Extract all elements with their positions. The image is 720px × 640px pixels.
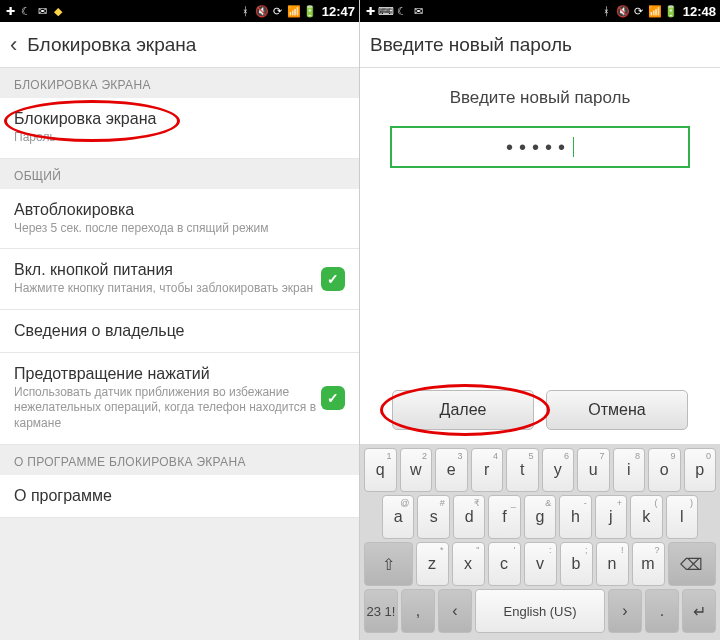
cancel-button[interactable]: Отмена	[546, 390, 688, 430]
password-mask: •••••	[506, 136, 571, 159]
key-o[interactable]: o9	[648, 448, 681, 492]
row-subtitle: Через 5 сек. после перехода в спящий реж…	[14, 221, 345, 237]
button-bar: Далее Отмена	[378, 390, 702, 438]
signal-icon: 📶	[649, 5, 661, 17]
cube-icon: ◆	[52, 5, 64, 17]
status-bar: ✚ ☾ ✉ ◆ ᚼ 🔇 ⟳ 📶 🔋 12:47	[0, 0, 359, 22]
settings-list: БЛОКИРОВКА ЭКРАНА Блокировка экрана Паро…	[0, 68, 359, 640]
key-[interactable]: ⇧	[364, 542, 413, 586]
key-231[interactable]: 23 1!	[364, 589, 398, 633]
key-c[interactable]: c'	[488, 542, 521, 586]
bluetooth-icon: ᚼ	[601, 5, 613, 17]
key-x[interactable]: x"	[452, 542, 485, 586]
page-title: Блокировка экрана	[27, 34, 196, 56]
key-r[interactable]: r4	[471, 448, 504, 492]
key-b[interactable]: b;	[560, 542, 593, 586]
phone-left: ✚ ☾ ✉ ◆ ᚼ 🔇 ⟳ 📶 🔋 12:47 ‹ Блокировка экр…	[0, 0, 360, 640]
key-[interactable]: ‹	[438, 589, 472, 633]
row-title: О программе	[14, 487, 345, 505]
key-t[interactable]: t5	[506, 448, 539, 492]
back-icon[interactable]: ‹	[10, 32, 17, 58]
key-u[interactable]: u7	[577, 448, 610, 492]
mail-icon: ✉	[412, 5, 424, 17]
key-[interactable]: ↵	[682, 589, 716, 633]
bluetooth-icon: ᚼ	[240, 5, 252, 17]
row-title: Сведения о владельце	[14, 322, 345, 340]
row-about[interactable]: О программе	[0, 475, 359, 518]
password-input[interactable]: •••••	[390, 126, 690, 168]
checkbox-checked-icon[interactable]: ✓	[321, 386, 345, 410]
row-owner-info[interactable]: Сведения о владельце	[0, 310, 359, 353]
key-h[interactable]: h-	[559, 495, 591, 539]
page-title: Введите новый пароль	[370, 34, 572, 56]
key-englishus[interactable]: English (US)	[475, 589, 605, 633]
key-k[interactable]: k(	[630, 495, 662, 539]
key-n[interactable]: n!	[596, 542, 629, 586]
key-i[interactable]: i8	[613, 448, 646, 492]
title-bar: Введите новый пароль	[360, 22, 720, 68]
clock: 12:48	[683, 4, 716, 19]
key-a[interactable]: a@	[382, 495, 414, 539]
key-e[interactable]: e3	[435, 448, 468, 492]
key-q[interactable]: q1	[364, 448, 397, 492]
sync-icon: ⟳	[633, 5, 645, 17]
moon-icon: ☾	[396, 5, 408, 17]
phone-right: ✚ ⌨ ☾ ✉ ᚼ 🔇 ⟳ 📶 🔋 12:48 Введите новый па…	[360, 0, 720, 640]
clock: 12:47	[322, 4, 355, 19]
key-y[interactable]: y6	[542, 448, 575, 492]
moon-icon: ☾	[20, 5, 32, 17]
signal-icon: 📶	[288, 5, 300, 17]
row-subtitle: Нажмите кнопку питания, чтобы заблокиров…	[14, 281, 321, 297]
prompt-label: Введите новый пароль	[450, 88, 631, 108]
key-[interactable]: ›	[608, 589, 642, 633]
mail-icon: ✉	[36, 5, 48, 17]
status-bar: ✚ ⌨ ☾ ✉ ᚼ 🔇 ⟳ 📶 🔋 12:48	[360, 0, 720, 22]
row-subtitle: Использовать датчик приближения во избеж…	[14, 385, 321, 432]
key-l[interactable]: l)	[666, 495, 698, 539]
section-header-about: О ПРОГРАММЕ БЛОКИРОВКА ЭКРАНА	[0, 445, 359, 475]
row-power-button-lock[interactable]: Вкл. кнопкой питания Нажмите кнопку пита…	[0, 249, 359, 310]
next-button[interactable]: Далее	[392, 390, 534, 430]
row-title: Блокировка экрана	[14, 110, 345, 128]
key-j[interactable]: j+	[595, 495, 627, 539]
row-screen-lock[interactable]: Блокировка экрана Пароль	[0, 98, 359, 159]
title-bar: ‹ Блокировка экрана	[0, 22, 359, 68]
plus-icon: ✚	[364, 5, 376, 17]
key-g[interactable]: g&	[524, 495, 556, 539]
key-v[interactable]: v:	[524, 542, 557, 586]
key-z[interactable]: z*	[416, 542, 449, 586]
on-screen-keyboard: q1w2e3r4t5y6u7i8o9p0 a@s#d₹f_g&h-j+k(l) …	[360, 444, 720, 640]
key-[interactable]: .	[645, 589, 679, 633]
key-f[interactable]: f_	[488, 495, 520, 539]
keyboard-icon: ⌨	[380, 5, 392, 17]
mute-icon: 🔇	[256, 5, 268, 17]
battery-icon: 🔋	[665, 5, 677, 17]
text-cursor	[573, 137, 574, 157]
row-prevent-touches[interactable]: Предотвращение нажатий Использовать датч…	[0, 353, 359, 445]
section-header-general: ОБЩИЙ	[0, 159, 359, 189]
row-title: Автоблокировка	[14, 201, 345, 219]
key-s[interactable]: s#	[417, 495, 449, 539]
key-p[interactable]: p0	[684, 448, 717, 492]
key-[interactable]: ,	[401, 589, 435, 633]
sync-icon: ⟳	[272, 5, 284, 17]
key-w[interactable]: w2	[400, 448, 433, 492]
plus-icon: ✚	[4, 5, 16, 17]
row-title: Предотвращение нажатий	[14, 365, 321, 383]
row-subtitle: Пароль	[14, 130, 345, 146]
key-[interactable]: ⌫	[668, 542, 717, 586]
section-header-lock: БЛОКИРОВКА ЭКРАНА	[0, 68, 359, 98]
battery-icon: 🔋	[304, 5, 316, 17]
checkbox-checked-icon[interactable]: ✓	[321, 267, 345, 291]
password-prompt-area: Введите новый пароль ••••• Далее Отмена	[360, 68, 720, 444]
row-title: Вкл. кнопкой питания	[14, 261, 321, 279]
mute-icon: 🔇	[617, 5, 629, 17]
key-m[interactable]: m?	[632, 542, 665, 586]
row-autolock[interactable]: Автоблокировка Через 5 сек. после перехо…	[0, 189, 359, 250]
key-d[interactable]: d₹	[453, 495, 485, 539]
